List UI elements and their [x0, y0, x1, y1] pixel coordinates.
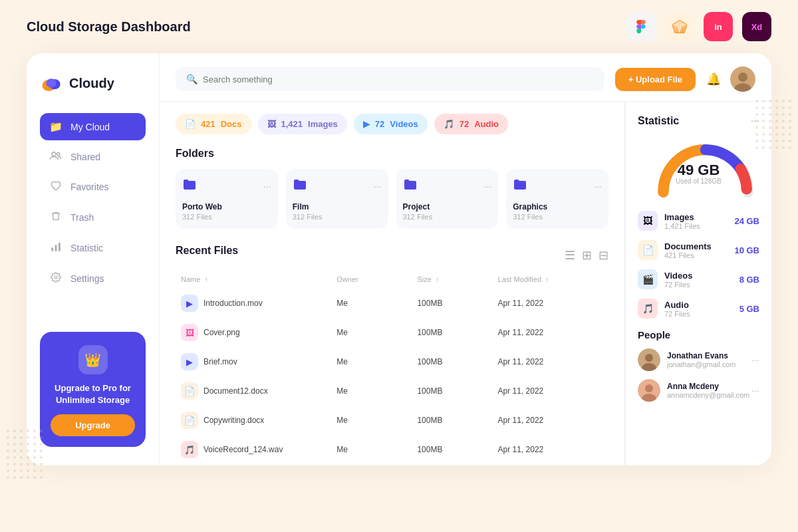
- videos-icon: ▶: [363, 119, 370, 129]
- nav-label-statistic: Statistic: [70, 243, 103, 253]
- search-input[interactable]: [203, 74, 594, 84]
- nav-item-statistic[interactable]: Statistic: [40, 234, 146, 262]
- file-name-cell: 🖼 Cover.png: [181, 324, 331, 341]
- bell-icon[interactable]: 🔔: [706, 72, 721, 86]
- file-modified: Apr 11, 2022: [498, 357, 603, 366]
- storage-files: 421 Files: [664, 251, 712, 259]
- audio-count: 72: [460, 119, 469, 129]
- body-area: 📄 421 Docs 🖼 1,421 Images ▶ 72 Videos: [160, 102, 771, 466]
- stat-pill-images[interactable]: 🖼 1,421 Images: [258, 114, 347, 134]
- dot-pattern-left: const dp2 = document.currentScript.paren…: [7, 430, 43, 479]
- folder-card-film[interactable]: ··· Film 312 Files: [286, 169, 388, 229]
- file-owner: Me: [336, 416, 412, 425]
- person-menu-icon[interactable]: ···: [751, 354, 759, 365]
- list-view-icon[interactable]: ☰: [565, 248, 575, 263]
- file-name: VoiceRecord_124.wav: [203, 445, 283, 454]
- folder-card-graphics[interactable]: ··· Graphics 312 Files: [506, 169, 608, 229]
- search-bar[interactable]: 🔍: [176, 67, 604, 91]
- file-name-cell: ▶ Brief.mov: [181, 353, 331, 370]
- person-menu-icon[interactable]: ···: [751, 385, 759, 396]
- file-size: 100MB: [417, 386, 492, 396]
- svg-point-10: [57, 153, 61, 156]
- person-email: jonathan@gmail.com: [667, 360, 736, 368]
- nav-label-trash: Trash: [70, 212, 94, 223]
- file-row[interactable]: 🖼 Cover.png Me 100MB Apr 11, 2022: [176, 318, 608, 347]
- upload-button[interactable]: + Upload File: [615, 68, 696, 91]
- search-icon: 🔍: [186, 74, 198, 84]
- storage-files: 72 Files: [664, 310, 690, 318]
- videos-label: Videos: [390, 119, 418, 129]
- file-name: Copywriting.docx: [203, 416, 264, 425]
- videos-count: 72: [375, 119, 384, 129]
- settings-icon: [49, 272, 63, 285]
- avatar[interactable]: [730, 66, 755, 92]
- xd-icon[interactable]: Xd: [742, 12, 771, 41]
- logo-area: Cloudy: [40, 72, 146, 94]
- sketch-icon[interactable]: [665, 12, 694, 41]
- folder-icon: [182, 177, 198, 196]
- top-bar: Cloud Storage Dashboard in Xd: [0, 0, 798, 53]
- storage-name: Videos: [664, 271, 692, 281]
- svg-point-19: [645, 354, 653, 362]
- storage-size: 24 GB: [734, 216, 759, 226]
- storage-total: Used of 128GB: [676, 178, 721, 185]
- folder-menu-icon[interactable]: ···: [484, 181, 492, 192]
- nav-item-trash[interactable]: Trash: [40, 203, 146, 231]
- file-icon: 🎵: [181, 441, 198, 458]
- file-row[interactable]: ▶ Introduction.mov Me 100MB Apr 11, 2022: [176, 289, 608, 318]
- nav-item-favorites[interactable]: Favorites: [40, 173, 146, 201]
- file-size: 100MB: [417, 416, 492, 425]
- nav-label-settings: Settings: [70, 273, 104, 284]
- images-storage-icon: 🖼: [638, 211, 658, 231]
- tool-icons: in Xd: [626, 12, 771, 41]
- storage-size: 8 GB: [739, 275, 759, 285]
- favorites-icon: [49, 180, 63, 194]
- filter-icon[interactable]: ⊞: [582, 248, 592, 263]
- storage-name: Documents: [664, 241, 712, 251]
- content-header: 🔍 + Upload File 🔔: [160, 53, 771, 102]
- invision-icon[interactable]: in: [704, 12, 733, 41]
- folder-menu-icon[interactable]: ···: [263, 181, 271, 192]
- storage-files: 1,421 Files: [664, 222, 700, 230]
- folder-card-project[interactable]: ··· Project 312 Files: [396, 169, 499, 229]
- file-icon: 📄: [181, 412, 198, 429]
- file-name-cell: 🎵 VoiceRecord_124.wav: [181, 441, 331, 458]
- file-row[interactable]: 📄 Copywriting.docx Me 100MB Apr 11, 2022: [176, 406, 608, 435]
- images-count: 1,421: [281, 119, 303, 129]
- file-owner: Me: [336, 386, 412, 396]
- nav-item-my-cloud[interactable]: 📁 My Cloud: [40, 113, 146, 140]
- folder-card-porto-web[interactable]: ··· Porto Web 312 Files: [176, 169, 278, 229]
- nav-label-favorites: Favorites: [70, 182, 109, 192]
- folder-card-header: ···: [293, 177, 382, 196]
- folder-name: Porto Web: [182, 202, 271, 211]
- stats-row: 📄 421 Docs 🖼 1,421 Images ▶ 72 Videos: [176, 114, 608, 134]
- storage-item-videos: 🎬 Videos 72 Files 8 GB: [638, 269, 759, 289]
- folder-menu-icon[interactable]: ···: [594, 181, 602, 192]
- crown-icon: 👑: [78, 345, 108, 374]
- svg-point-16: [738, 72, 747, 82]
- figma-icon[interactable]: [626, 12, 656, 41]
- file-row[interactable]: 🎵 VoiceRecord_124.wav Me 100MB Apr 11, 2…: [176, 435, 608, 464]
- sort-icon[interactable]: ⊟: [598, 248, 608, 263]
- col-modified: Last Modified ↑: [498, 275, 603, 283]
- folder-menu-icon[interactable]: ···: [374, 181, 382, 192]
- audio-label: Audio: [474, 119, 499, 129]
- my-cloud-icon: 📁: [49, 120, 63, 133]
- docs-label: Docs: [221, 119, 242, 129]
- file-name-cell: 📄 Copywriting.docx: [181, 412, 331, 429]
- stat-pill-docs[interactable]: 📄 421 Docs: [176, 114, 251, 134]
- upgrade-button[interactable]: Upgrade: [51, 414, 135, 436]
- upgrade-title: Upgrade to Pro for Unlimited Storage: [51, 382, 135, 406]
- person-info: Jonathan Evans jonathan@gmail.com: [667, 351, 736, 368]
- file-row[interactable]: ▶ Brief.mov Me 100MB Apr 11, 2022: [176, 347, 608, 376]
- stat-pill-videos[interactable]: ▶ 72 Videos: [354, 114, 428, 134]
- folder-count: 312 Files: [403, 213, 492, 221]
- nav-item-shared[interactable]: Shared: [40, 143, 146, 170]
- file-modified: Apr 11, 2022: [498, 299, 603, 308]
- person-avatar: [638, 379, 660, 402]
- stat-pill-audio[interactable]: 🎵 72 Audio: [434, 114, 508, 134]
- sidebar: Cloudy 📁 My Cloud Shared Favorites Trash: [27, 53, 160, 466]
- file-row[interactable]: 📄 Document12.docx Me 100MB Apr 11, 2022: [176, 376, 608, 406]
- nav-item-settings[interactable]: Settings: [40, 265, 146, 293]
- logo-text: Cloudy: [69, 76, 114, 91]
